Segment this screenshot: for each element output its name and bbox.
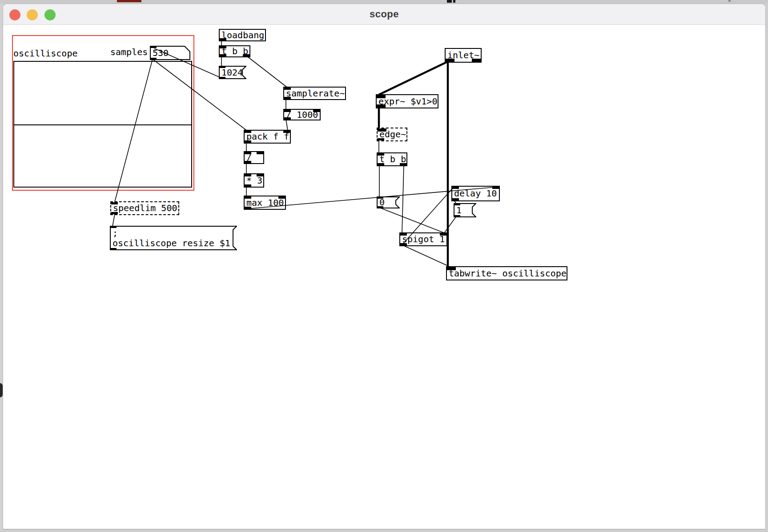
object-box-trigger-right[interactable]: t b b <box>377 152 407 166</box>
signal-patch-cord[interactable] <box>379 62 447 95</box>
inlet-nub[interactable] <box>440 233 446 236</box>
outlet-nub[interactable] <box>400 243 407 245</box>
patch-cord[interactable] <box>402 245 449 266</box>
message-label: ;oscilliscope resize $1 <box>110 228 232 248</box>
inlet-nub[interactable] <box>284 110 291 112</box>
object-box-tabwrite[interactable]: tabwrite~ oscilliscope <box>446 266 567 280</box>
signal-outlet-nub[interactable] <box>446 59 454 62</box>
object-box-multiply-3[interactable]: * 3 <box>244 173 264 188</box>
inlet-nub[interactable] <box>400 233 407 236</box>
object-label: spigot 1 <box>402 234 445 244</box>
inlet-nub[interactable] <box>257 174 263 176</box>
object-box-speedlim[interactable]: speedlim 500 <box>110 201 179 215</box>
inlet-nub[interactable] <box>245 152 251 154</box>
inlet-nub[interactable] <box>257 152 263 154</box>
outlet-nub[interactable] <box>452 198 459 200</box>
patch-canvas[interactable]: oscilliscope samples 530 loadbang t b b … <box>0 0 768 532</box>
object-box-divide[interactable]: / <box>244 151 264 164</box>
object-box-expr[interactable]: expr~ $v1>0 <box>376 94 438 108</box>
object-label: pack f f <box>246 132 289 142</box>
object-box-divide-1000[interactable]: / 1000 <box>283 109 321 120</box>
object-label: delay 10 <box>454 188 497 199</box>
signal-inlet-nub[interactable] <box>447 267 456 270</box>
object-label: samplerate~ <box>286 88 345 99</box>
outlet-nub[interactable] <box>220 38 226 40</box>
outlet-nub[interactable] <box>220 54 226 56</box>
message-box-0[interactable]: 0 <box>377 196 400 208</box>
message-label: 1024 <box>219 68 244 78</box>
patch-cord[interactable] <box>286 120 288 130</box>
object-box-samplerate[interactable]: samplerate~ <box>283 87 346 100</box>
object-label: max 100 <box>246 198 284 208</box>
patch-cord[interactable] <box>113 214 115 226</box>
signal-inlet-nub[interactable] <box>377 95 386 98</box>
number-box-value: 530 <box>150 48 170 58</box>
message-box-resize[interactable]: ;oscilliscope resize $1 <box>110 226 237 250</box>
object-box-max-100[interactable]: max 100 <box>244 196 286 210</box>
samples-label: samples <box>110 47 148 57</box>
inlet-nub[interactable] <box>492 187 499 189</box>
inlet-nub[interactable] <box>377 196 383 199</box>
object-box-pack[interactable]: pack f f <box>244 130 291 144</box>
outlet-nub[interactable] <box>454 215 460 217</box>
inlet-nub[interactable] <box>313 110 320 112</box>
signal-outlet-nub[interactable] <box>472 59 481 62</box>
object-box-inlet[interactable]: inlet~ <box>445 48 482 63</box>
outlet-nub[interactable] <box>219 77 225 79</box>
outlet-nub[interactable] <box>378 138 384 140</box>
outlet-nub[interactable] <box>150 58 157 60</box>
array-name-label: oscilliscope <box>13 48 78 59</box>
outlet-nub[interactable] <box>245 140 251 143</box>
inlet-nub[interactable] <box>220 46 226 48</box>
patch-cord[interactable] <box>247 56 287 87</box>
inlet-nub[interactable] <box>150 46 157 48</box>
object-box-delay[interactable]: delay 10 <box>451 186 500 201</box>
outlet-nub[interactable] <box>110 248 117 250</box>
inlet-nub[interactable] <box>378 153 384 156</box>
inlet-nub[interactable] <box>245 174 251 176</box>
patch-cord[interactable] <box>402 165 404 233</box>
message-box-1[interactable]: 1 <box>454 203 476 217</box>
signal-inlet-nub[interactable] <box>378 128 386 132</box>
outlet-nub[interactable] <box>243 54 249 56</box>
inlet-nub[interactable] <box>284 88 291 90</box>
object-box-loadbang[interactable]: loadbang <box>219 29 266 41</box>
patch-cord[interactable] <box>379 208 444 233</box>
outlet-nub[interactable] <box>111 212 118 214</box>
signal-outlet-nub[interactable] <box>377 104 386 108</box>
outlet-nub[interactable] <box>378 163 384 165</box>
number-box-samples[interactable]: 530 <box>150 46 190 60</box>
inlet-nub[interactable] <box>219 66 225 68</box>
outlet-nub[interactable] <box>284 117 291 120</box>
inlet-nub[interactable] <box>111 202 118 204</box>
inlet-nub[interactable] <box>454 203 460 205</box>
inlet-nub[interactable] <box>110 226 117 228</box>
object-box-spigot[interactable]: spigot 1 <box>399 232 447 246</box>
outlet-nub[interactable] <box>245 207 251 209</box>
oscilloscope-graph[interactable] <box>13 61 192 188</box>
outlet-nub[interactable] <box>245 161 251 163</box>
message-label: 1 <box>454 205 463 216</box>
inlet-nub[interactable] <box>452 187 459 189</box>
inlet-nub[interactable] <box>245 131 251 133</box>
object-box-edge[interactable]: edge~ <box>377 128 407 141</box>
patch-cord[interactable] <box>444 216 456 233</box>
inlet-nub[interactable] <box>278 196 285 199</box>
outlet-nub[interactable] <box>400 163 406 165</box>
object-label: speedlim 500 <box>113 203 177 213</box>
waveform-trace <box>14 124 191 125</box>
object-label: loadbang <box>221 30 264 40</box>
inlet-nub[interactable] <box>245 196 251 199</box>
object-label: tabwrite~ oscilliscope <box>449 268 567 279</box>
object-label: expr~ $v1>0 <box>378 96 437 107</box>
inlet-nub[interactable] <box>283 131 290 133</box>
outlet-nub[interactable] <box>245 184 251 187</box>
outlet-nub[interactable] <box>284 97 291 99</box>
message-box-1024[interactable]: 1024 <box>219 66 246 79</box>
outlet-nub[interactable] <box>377 206 383 208</box>
object-box-trigger-top[interactable]: t b b <box>219 45 250 57</box>
